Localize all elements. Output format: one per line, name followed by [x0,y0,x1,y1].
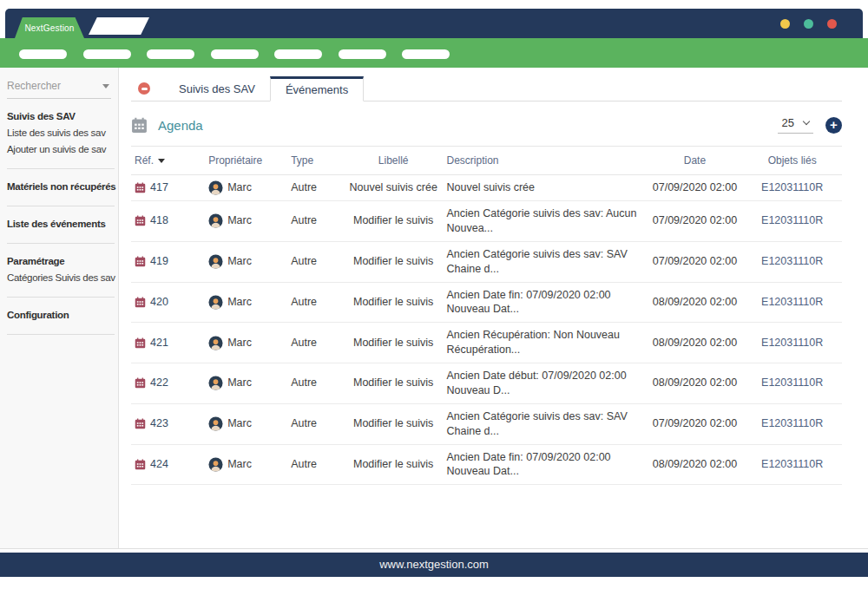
event-description: Ancien Catégorie suivis des sav: SAV Cha… [444,241,648,282]
brand-tab[interactable]: NextGestion [15,17,84,38]
event-ref: 422 [150,376,168,390]
linked-object-link[interactable]: E12031110R [742,282,842,323]
section-title: Agenda [158,118,203,133]
event-type: Autre [287,241,344,282]
table-row[interactable]: 418 Marc Autre Modifier le suivis Ancien… [131,201,842,242]
event-ref: 419 [150,254,168,269]
linked-object-link[interactable]: E12031110R [742,403,842,444]
event-date: 07/09/2020 02:00 [648,201,743,242]
header-ref[interactable]: Réf. [131,147,205,175]
table-header-row: Réf. Propriétaire Type Libellé Descripti… [131,147,842,175]
nav-placeholder-7[interactable] [402,49,450,59]
calendar-icon [135,418,146,429]
sidebar-item-cat-gories-suivis-des-sav[interactable]: Catégories Suivis des sav [7,272,115,283]
tab-suivis-des-sav[interactable]: Suivis des SAV [164,76,270,101]
table-row[interactable]: 417 Marc Autre Nouvel suivis crée Nouvel… [131,175,842,201]
linked-object-link[interactable]: E12031110R [742,201,842,242]
linked-object-link[interactable]: E12031110R [742,363,842,404]
event-type: Autre [287,323,344,363]
sidebar-item-configuration[interactable]: Configuration [7,310,115,320]
nav-placeholder-6[interactable] [339,49,386,59]
sidebar-item-mat-riels-non-r-cup-r-s[interactable]: Matériels non récupérés [7,181,115,192]
linked-object-link[interactable]: E12031110R [742,175,842,201]
sidebar-group: Liste des événements [7,206,115,244]
header-objets-lies[interactable]: Objets liés [742,147,842,175]
calendar-icon [135,459,146,470]
header-type[interactable]: Type [287,147,344,175]
add-event-button[interactable]: + [825,117,842,134]
event-date: 08/09/2020 02:00 [648,363,743,404]
event-description: Ancien Date fin: 07/09/2020 02:00 Nouvea… [444,282,648,323]
linked-object-link[interactable]: E12031110R [742,323,842,363]
window-controls [780,19,837,29]
header-proprietaire[interactable]: Propriétaire [205,147,287,175]
sidebar-item-suivis-des-sav[interactable]: Suivis des SAV [7,111,115,121]
event-libelle: Nouvel suivis crée [344,175,444,201]
search-select[interactable]: Rechercher [7,80,111,99]
maximize-dot-icon[interactable] [804,19,813,29]
tabs-bar: Suivis des SAV Événements [131,76,842,101]
sidebar-item-liste-des-v-nements[interactable]: Liste des événements [7,219,115,229]
event-libelle: Modifier le suivis [344,444,444,485]
avatar [208,213,223,228]
event-description: Ancien Date fin: 07/09/2020 02:00 Nouvea… [444,444,648,485]
search-placeholder: Rechercher [7,80,61,92]
avatar [208,254,223,269]
header-libelle[interactable]: Libellé [344,147,444,175]
event-date: 08/09/2020 02:00 [648,444,743,485]
footer-url: www.nextgestion.com [379,558,489,571]
table-row[interactable]: 424 Marc Autre Modifier le suivis Ancien… [131,444,842,485]
nav-placeholder-2[interactable] [83,49,131,59]
sidebar-item-liste-des-suivis-des-sav[interactable]: Liste des suivis des sav [7,128,115,138]
owner-name: Marc [227,336,252,350]
calendar-icon [131,117,148,134]
event-ref: 418 [150,213,168,228]
event-libelle: Modifier le suivis [344,282,444,323]
event-type: Autre [287,282,344,323]
table-row[interactable]: 423 Marc Autre Modifier le suivis Ancien… [131,403,842,444]
owner-name: Marc [227,180,252,195]
table-row[interactable]: 421 Marc Autre Modifier le suivis Ancien… [131,323,842,363]
calendar-icon [135,377,146,389]
agenda-toolbar: Agenda 25 + [131,116,842,134]
owner-name: Marc [227,213,252,228]
calendar-icon [135,297,146,308]
sidebar-item-param-trage[interactable]: Paramétrage [7,256,115,266]
nav-placeholder-3[interactable] [147,49,194,59]
event-description: Ancien Catégorie suivis des sav: Aucun N… [444,201,648,242]
owner-name: Marc [227,416,252,431]
table-row[interactable]: 419 Marc Autre Modifier le suivis Ancien… [131,241,842,282]
content-divider [0,548,868,549]
event-ref: 424 [150,457,168,472]
event-date: 07/09/2020 02:00 [648,175,743,201]
close-dot-icon[interactable] [827,19,837,29]
event-ref: 421 [150,336,168,350]
event-ref: 420 [150,295,168,310]
sav-status-icon [138,82,150,95]
event-description: Ancien Date début: 07/09/2020 02:00 Nouv… [444,363,648,404]
event-description: Ancien Catégorie suivis des sav: SAV Cha… [444,403,648,444]
nav-placeholder-4[interactable] [211,49,259,59]
event-libelle: Modifier le suivis [344,241,444,282]
sort-desc-icon [158,159,165,163]
chevron-down-icon [102,84,109,88]
linked-object-link[interactable]: E12031110R [742,444,842,485]
main-navbar [0,38,868,68]
sidebar-group: Matériels non récupérés [7,169,115,206]
linked-object-link[interactable]: E12031110R [742,241,842,282]
page-size-select[interactable]: 25 [778,116,813,134]
header-description[interactable]: Description [444,147,648,175]
nav-placeholder-1[interactable] [19,49,67,59]
minimize-dot-icon[interactable] [780,19,790,29]
event-date: 07/09/2020 02:00 [648,241,743,282]
tab-evenements[interactable]: Événements [270,76,364,101]
event-date: 08/09/2020 02:00 [648,323,743,363]
event-libelle: Modifier le suivis [344,403,444,444]
avatar [208,295,223,310]
events-table: Réf. Propriétaire Type Libellé Descripti… [131,146,842,485]
nav-placeholder-5[interactable] [274,49,322,59]
table-row[interactable]: 420 Marc Autre Modifier le suivis Ancien… [131,282,842,323]
table-row[interactable]: 422 Marc Autre Modifier le suivis Ancien… [131,363,842,404]
header-date[interactable]: Date [648,147,743,175]
sidebar-item-ajouter-un-suivis-de-sav[interactable]: Ajouter un suivis de sav [7,144,115,154]
